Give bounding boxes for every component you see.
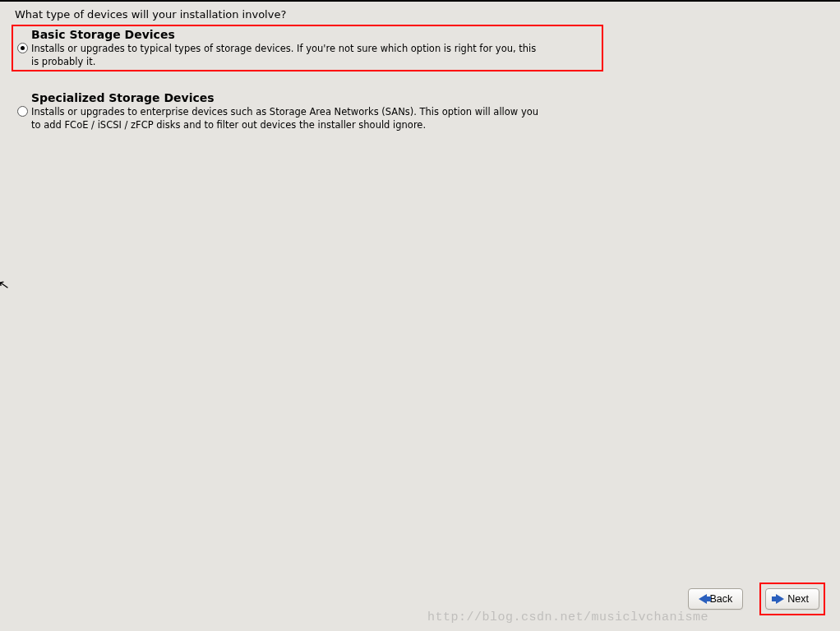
radio-specialized-storage[interactable] (17, 106, 28, 117)
page-heading: What type of devices will your installat… (15, 8, 286, 21)
option-title-specialized: Specialized Storage Devices (31, 91, 539, 104)
back-button-label: Back (710, 593, 733, 605)
button-bar: Back Next (688, 583, 826, 615)
storage-options: Basic Storage Devices Installs or upgrad… (12, 25, 603, 153)
arrow-right-icon (776, 594, 784, 604)
option-title-basic: Basic Storage Devices (31, 28, 539, 41)
radio-basic-storage[interactable] (17, 43, 28, 53)
arrow-left-icon (699, 594, 707, 604)
option-specialized-storage[interactable]: Specialized Storage Devices Installs or … (12, 88, 603, 135)
back-button-wrapper: Back (688, 588, 744, 610)
top-divider (0, 0, 840, 2)
next-button-label: Next (787, 593, 809, 605)
next-button-wrapper: Next (759, 583, 825, 615)
option-desc-basic: Installs or upgrades to typical types of… (31, 43, 539, 68)
next-button[interactable]: Next (765, 588, 819, 610)
option-desc-specialized: Installs or upgrades to enterprise devic… (31, 106, 539, 131)
option-basic-storage[interactable]: Basic Storage Devices Installs or upgrad… (12, 25, 603, 71)
radio-wrapper (15, 91, 30, 117)
back-button[interactable]: Back (688, 588, 744, 610)
option-text: Specialized Storage Devices Installs or … (30, 91, 539, 131)
radio-wrapper (15, 28, 30, 53)
cursor-icon: ↖ (0, 276, 11, 293)
watermark-text: http://blog.csdn.net/musiclvchanisme (427, 610, 708, 624)
option-text: Basic Storage Devices Installs or upgrad… (30, 28, 539, 68)
